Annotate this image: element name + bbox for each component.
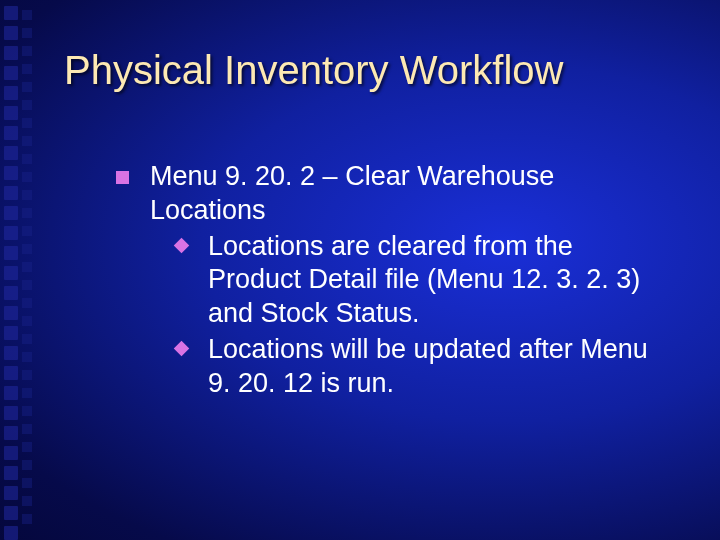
bullet-level2: Locations are cleared from the Product D… [174,230,670,331]
diamond-bullet-icon [174,340,190,356]
slide-title: Physical Inventory Workflow [64,48,563,92]
left-decoration-column-2 [22,0,34,540]
bullet-level2-text: Locations will be updated after Menu 9. … [208,334,648,398]
bullet-level2-text: Locations are cleared from the Product D… [208,231,640,329]
bullet-level1: Menu 9. 20. 2 – Clear Warehouse Location… [116,160,670,400]
slide-body: Menu 9. 20. 2 – Clear Warehouse Location… [116,160,670,406]
bullet-level1-text: Menu 9. 20. 2 – Clear Warehouse Location… [150,161,554,225]
left-decoration-column [4,0,22,540]
diamond-bullet-icon [174,237,190,253]
slide: Physical Inventory Workflow Menu 9. 20. … [0,0,720,540]
square-bullet-icon [116,171,129,184]
bullet-level2: Locations will be updated after Menu 9. … [174,333,670,401]
